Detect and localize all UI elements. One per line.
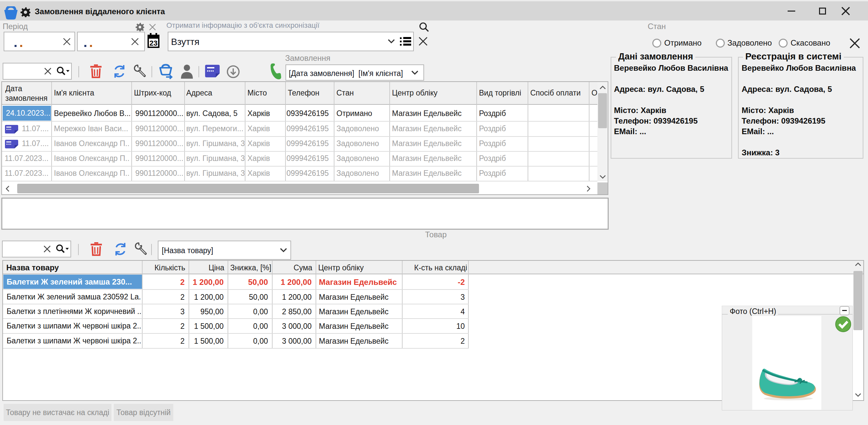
svg-text:23: 23 <box>150 39 157 47</box>
